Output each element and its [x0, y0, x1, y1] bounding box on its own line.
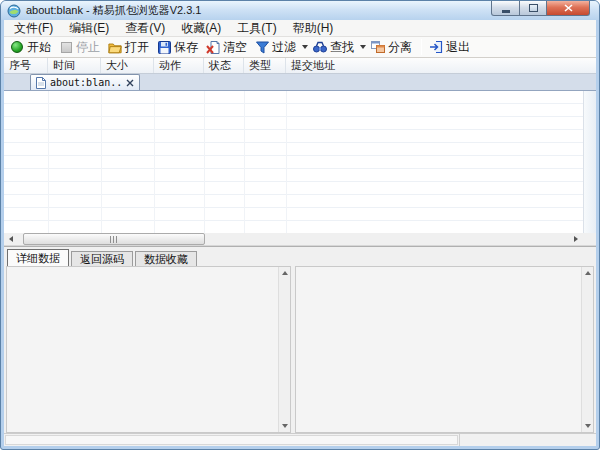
grip-icon	[110, 236, 118, 243]
detach-windows-icon	[371, 40, 385, 54]
exit-button[interactable]: 退出	[426, 38, 475, 57]
menu-file[interactable]: 文件(F)	[6, 20, 61, 36]
app-window: about:blank - 精易抓包浏览器V2.3.1 文件(F) 编辑(E) …	[0, 0, 600, 450]
window-controls	[491, 1, 590, 16]
detach-label: 分离	[388, 39, 412, 56]
menu-view[interactable]: 查看(V)	[117, 20, 173, 36]
start-icon	[11, 41, 23, 53]
column-header-index[interactable]: 序号	[4, 58, 48, 73]
grid-line	[101, 91, 102, 233]
save-button[interactable]: 保存	[154, 38, 203, 57]
tab-detail-data[interactable]: 详细数据	[7, 249, 69, 266]
detach-button[interactable]: 分离	[368, 38, 417, 57]
caret-up-icon	[282, 271, 288, 275]
tab-strip: about:blan..	[4, 74, 596, 91]
panel-scrollbar[interactable]	[581, 267, 593, 432]
scrollbar-corner	[582, 233, 596, 245]
detail-data-panel[interactable]	[6, 266, 291, 433]
detail-panels	[4, 266, 596, 433]
column-header-type[interactable]: 类型	[244, 58, 286, 73]
clear-icon	[206, 40, 220, 54]
save-icon	[157, 40, 171, 54]
open-button[interactable]: 打开	[105, 38, 154, 57]
start-button[interactable]: 开始	[7, 38, 56, 57]
bottom-tabbar: 详细数据 返回源码 数据收藏	[4, 246, 596, 266]
tab-close-icon[interactable]	[126, 79, 134, 87]
capture-tab[interactable]: about:blan..	[30, 74, 140, 90]
scroll-right-button[interactable]	[569, 233, 582, 245]
open-folder-icon	[108, 40, 122, 54]
filter-dropdown-icon[interactable]	[302, 45, 308, 49]
maximize-button[interactable]	[520, 1, 547, 16]
grid-line	[204, 91, 205, 233]
stop-button[interactable]: 停止	[56, 38, 105, 57]
vertical-scrollbar[interactable]	[583, 91, 596, 233]
save-label: 保存	[174, 39, 198, 56]
stop-icon	[61, 42, 72, 53]
filter-button[interactable]: 过滤	[252, 38, 301, 57]
toolbar: 开始 停止 打开	[4, 37, 596, 58]
caret-down-icon	[282, 424, 288, 428]
close-button[interactable]	[547, 1, 590, 16]
stop-label: 停止	[76, 39, 100, 56]
capture-tab-label: about:blan..	[50, 77, 122, 88]
column-header-url[interactable]: 提交地址	[286, 58, 596, 73]
open-label: 打开	[125, 39, 149, 56]
find-label: 查找	[330, 39, 354, 56]
caret-right-icon	[574, 236, 578, 242]
column-header-status[interactable]: 状态	[204, 58, 244, 73]
capture-list	[4, 91, 596, 233]
caret-left-icon	[9, 236, 13, 242]
menu-tools[interactable]: 工具(T)	[229, 20, 284, 36]
menubar: 文件(F) 编辑(E) 查看(V) 收藏(A) 工具(T) 帮助(H)	[4, 20, 596, 37]
statusbar	[4, 433, 596, 446]
tab-data-favorites[interactable]: 数据收藏	[135, 251, 197, 266]
menu-help[interactable]: 帮助(H)	[285, 20, 342, 36]
caret-down-icon	[585, 424, 591, 428]
page-icon	[36, 77, 46, 89]
column-header-action[interactable]: 动作	[154, 58, 204, 73]
find-binoculars-icon	[313, 40, 327, 54]
caret-up-icon	[585, 271, 591, 275]
tab-response-source[interactable]: 返回源码	[71, 251, 133, 266]
horizontal-scrollbar	[4, 233, 596, 246]
find-button[interactable]: 查找	[310, 38, 359, 57]
detail-value-panel[interactable]	[295, 266, 594, 433]
app-icon	[7, 4, 21, 18]
grid-line	[48, 91, 49, 233]
filter-label: 过滤	[272, 39, 296, 56]
grid-line	[286, 91, 287, 233]
status-grip-area	[459, 434, 596, 446]
grid-line	[244, 91, 245, 233]
toolbar-separator	[421, 39, 422, 55]
status-panel	[5, 435, 458, 445]
menu-edit[interactable]: 编辑(E)	[61, 20, 117, 36]
table-header: 序号 时间 大小 动作 状态 类型 提交地址	[4, 58, 596, 74]
close-icon	[564, 4, 573, 12]
clear-label: 清空	[223, 39, 247, 56]
start-label: 开始	[27, 39, 51, 56]
minimize-button[interactable]	[491, 1, 520, 16]
menu-favorites[interactable]: 收藏(A)	[173, 20, 229, 36]
exit-icon	[429, 40, 443, 54]
titlebar: about:blank - 精易抓包浏览器V2.3.1	[1, 1, 599, 20]
grid-line	[154, 91, 155, 233]
maximize-icon	[529, 4, 538, 12]
exit-label: 退出	[446, 39, 470, 56]
find-dropdown-icon[interactable]	[360, 45, 366, 49]
window-content: 文件(F) 编辑(E) 查看(V) 收藏(A) 工具(T) 帮助(H) 开始 停…	[4, 20, 596, 446]
column-header-time[interactable]: 时间	[48, 58, 101, 73]
scroll-left-button[interactable]	[4, 233, 17, 245]
hscroll-thumb[interactable]	[23, 233, 205, 245]
minimize-icon	[502, 10, 510, 13]
filter-funnel-icon	[255, 40, 269, 54]
window-title: about:blank - 精易抓包浏览器V2.3.1	[26, 1, 201, 20]
column-header-size[interactable]: 大小	[101, 58, 154, 73]
clear-button[interactable]: 清空	[203, 38, 252, 57]
hscroll-track[interactable]	[17, 233, 569, 245]
panel-scrollbar[interactable]	[278, 267, 290, 432]
